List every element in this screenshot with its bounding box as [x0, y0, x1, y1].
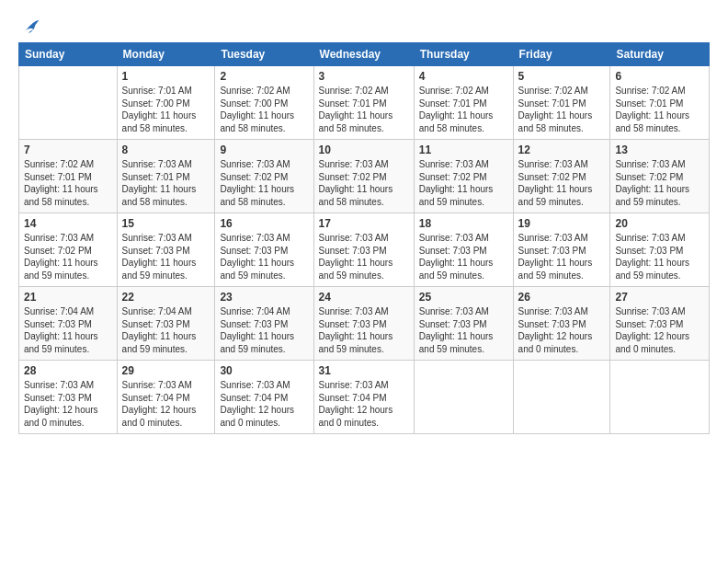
calendar-cell: 16Sunrise: 7:03 AMSunset: 7:03 PMDayligh… — [215, 213, 313, 287]
calendar-cell — [513, 361, 610, 434]
calendar-week-3: 14Sunrise: 7:03 AMSunset: 7:02 PMDayligh… — [19, 213, 710, 287]
calendar-cell: 13Sunrise: 7:03 AMSunset: 7:02 PMDayligh… — [610, 140, 710, 213]
day-number: 27 — [615, 291, 704, 304]
calendar-cell: 19Sunrise: 7:03 AMSunset: 7:03 PMDayligh… — [513, 213, 610, 287]
day-info: Sunrise: 7:02 AMSunset: 7:01 PMDaylight:… — [24, 158, 112, 208]
calendar-cell: 3Sunrise: 7:02 AMSunset: 7:01 PMDaylight… — [313, 66, 414, 140]
page: SundayMondayTuesdayWednesdayThursdayFrid… — [0, 0, 728, 563]
logo-bird-icon — [20, 17, 40, 37]
day-number: 6 — [615, 70, 704, 83]
day-info: Sunrise: 7:03 AMSunset: 7:03 PMDaylight:… — [24, 379, 112, 429]
day-info: Sunrise: 7:03 AMSunset: 7:01 PMDaylight:… — [122, 158, 210, 208]
day-number: 18 — [419, 217, 508, 230]
calendar-cell: 30Sunrise: 7:03 AMSunset: 7:04 PMDayligh… — [215, 361, 313, 434]
calendar-cell — [19, 66, 118, 140]
calendar-table: SundayMondayTuesdayWednesdayThursdayFrid… — [18, 42, 710, 434]
day-number: 9 — [220, 144, 308, 156]
day-info: Sunrise: 7:03 AMSunset: 7:03 PMDaylight:… — [319, 232, 409, 282]
day-number: 26 — [518, 291, 606, 304]
calendar-header-row: SundayMondayTuesdayWednesdayThursdayFrid… — [19, 43, 710, 66]
calendar-cell: 11Sunrise: 7:03 AMSunset: 7:02 PMDayligh… — [414, 140, 513, 213]
calendar-cell: 6Sunrise: 7:02 AMSunset: 7:01 PMDaylight… — [610, 66, 710, 140]
day-info: Sunrise: 7:04 AMSunset: 7:03 PMDaylight:… — [122, 305, 210, 355]
calendar-cell: 24Sunrise: 7:03 AMSunset: 7:03 PMDayligh… — [313, 287, 414, 361]
day-number: 24 — [319, 291, 409, 304]
day-info: Sunrise: 7:02 AMSunset: 7:01 PMDaylight:… — [615, 85, 704, 134]
calendar-cell: 5Sunrise: 7:02 AMSunset: 7:01 PMDaylight… — [513, 66, 610, 140]
calendar-cell: 1Sunrise: 7:01 AMSunset: 7:00 PMDaylight… — [117, 66, 215, 140]
calendar-week-1: 1Sunrise: 7:01 AMSunset: 7:00 PMDaylight… — [19, 66, 710, 140]
calendar-cell: 27Sunrise: 7:03 AMSunset: 7:03 PMDayligh… — [610, 287, 710, 361]
day-number: 2 — [220, 70, 308, 83]
calendar-cell: 26Sunrise: 7:03 AMSunset: 7:03 PMDayligh… — [513, 287, 610, 361]
header — [18, 17, 710, 33]
day-number: 17 — [319, 217, 409, 230]
calendar-cell: 14Sunrise: 7:03 AMSunset: 7:02 PMDayligh… — [19, 213, 118, 287]
day-info: Sunrise: 7:03 AMSunset: 7:04 PMDaylight:… — [319, 379, 409, 429]
calendar-header-thursday: Thursday — [414, 43, 513, 66]
calendar-cell: 7Sunrise: 7:02 AMSunset: 7:01 PMDaylight… — [19, 140, 118, 213]
calendar-cell: 29Sunrise: 7:03 AMSunset: 7:04 PMDayligh… — [117, 361, 215, 434]
calendar-header-monday: Monday — [117, 43, 215, 66]
calendar-cell: 12Sunrise: 7:03 AMSunset: 7:02 PMDayligh… — [513, 140, 610, 213]
day-number: 10 — [319, 144, 409, 156]
day-number: 4 — [419, 70, 508, 83]
day-number: 13 — [615, 144, 704, 156]
day-number: 29 — [122, 364, 210, 377]
day-number: 22 — [122, 291, 210, 304]
day-number: 25 — [419, 291, 508, 304]
day-number: 16 — [220, 217, 308, 230]
day-number: 3 — [319, 70, 409, 83]
day-number: 19 — [518, 217, 606, 230]
day-number: 5 — [518, 70, 606, 83]
calendar-header-friday: Friday — [513, 43, 610, 66]
day-info: Sunrise: 7:01 AMSunset: 7:00 PMDaylight:… — [122, 85, 210, 134]
day-info: Sunrise: 7:02 AMSunset: 7:01 PMDaylight:… — [518, 85, 606, 134]
calendar-header-wednesday: Wednesday — [313, 43, 414, 66]
day-number: 11 — [419, 144, 508, 156]
day-number: 20 — [615, 217, 704, 230]
calendar-cell: 4Sunrise: 7:02 AMSunset: 7:01 PMDaylight… — [414, 66, 513, 140]
day-number: 8 — [122, 144, 210, 156]
day-info: Sunrise: 7:02 AMSunset: 7:00 PMDaylight:… — [220, 85, 308, 134]
day-number: 15 — [122, 217, 210, 230]
day-info: Sunrise: 7:02 AMSunset: 7:01 PMDaylight:… — [319, 85, 409, 134]
day-info: Sunrise: 7:03 AMSunset: 7:02 PMDaylight:… — [24, 232, 112, 282]
day-info: Sunrise: 7:03 AMSunset: 7:04 PMDaylight:… — [220, 379, 308, 429]
day-info: Sunrise: 7:03 AMSunset: 7:03 PMDaylight:… — [518, 232, 606, 282]
day-number: 23 — [220, 291, 308, 304]
calendar-cell: 22Sunrise: 7:04 AMSunset: 7:03 PMDayligh… — [117, 287, 215, 361]
day-number: 28 — [24, 364, 112, 377]
day-info: Sunrise: 7:03 AMSunset: 7:02 PMDaylight:… — [419, 158, 508, 208]
day-info: Sunrise: 7:03 AMSunset: 7:04 PMDaylight:… — [122, 379, 210, 429]
calendar-cell: 10Sunrise: 7:03 AMSunset: 7:02 PMDayligh… — [313, 140, 414, 213]
calendar-header-saturday: Saturday — [610, 43, 710, 66]
calendar-cell: 20Sunrise: 7:03 AMSunset: 7:03 PMDayligh… — [610, 213, 710, 287]
calendar-cell: 18Sunrise: 7:03 AMSunset: 7:03 PMDayligh… — [414, 213, 513, 287]
calendar-cell — [610, 361, 710, 434]
day-number: 12 — [518, 144, 606, 156]
day-info: Sunrise: 7:03 AMSunset: 7:03 PMDaylight:… — [220, 232, 308, 282]
day-info: Sunrise: 7:02 AMSunset: 7:01 PMDaylight:… — [419, 85, 508, 134]
day-info: Sunrise: 7:03 AMSunset: 7:02 PMDaylight:… — [518, 158, 606, 208]
calendar-week-5: 28Sunrise: 7:03 AMSunset: 7:03 PMDayligh… — [19, 361, 710, 434]
calendar-cell: 9Sunrise: 7:03 AMSunset: 7:02 PMDaylight… — [215, 140, 313, 213]
day-info: Sunrise: 7:04 AMSunset: 7:03 PMDaylight:… — [24, 305, 112, 355]
day-number: 1 — [122, 70, 210, 83]
calendar-cell: 15Sunrise: 7:03 AMSunset: 7:03 PMDayligh… — [117, 213, 215, 287]
calendar-cell: 31Sunrise: 7:03 AMSunset: 7:04 PMDayligh… — [313, 361, 414, 434]
calendar-cell: 8Sunrise: 7:03 AMSunset: 7:01 PMDaylight… — [117, 140, 215, 213]
day-number: 21 — [24, 291, 112, 304]
logo — [18, 17, 40, 33]
calendar-cell: 28Sunrise: 7:03 AMSunset: 7:03 PMDayligh… — [19, 361, 118, 434]
day-number: 30 — [220, 364, 308, 377]
day-info: Sunrise: 7:03 AMSunset: 7:02 PMDaylight:… — [319, 158, 409, 208]
calendar-cell — [414, 361, 513, 434]
day-info: Sunrise: 7:04 AMSunset: 7:03 PMDaylight:… — [220, 305, 308, 355]
day-info: Sunrise: 7:03 AMSunset: 7:03 PMDaylight:… — [615, 305, 704, 355]
calendar-cell: 23Sunrise: 7:04 AMSunset: 7:03 PMDayligh… — [215, 287, 313, 361]
calendar-week-2: 7Sunrise: 7:02 AMSunset: 7:01 PMDaylight… — [19, 140, 710, 213]
day-info: Sunrise: 7:03 AMSunset: 7:02 PMDaylight:… — [615, 158, 704, 208]
calendar-week-4: 21Sunrise: 7:04 AMSunset: 7:03 PMDayligh… — [19, 287, 710, 361]
day-info: Sunrise: 7:03 AMSunset: 7:03 PMDaylight:… — [319, 305, 409, 355]
